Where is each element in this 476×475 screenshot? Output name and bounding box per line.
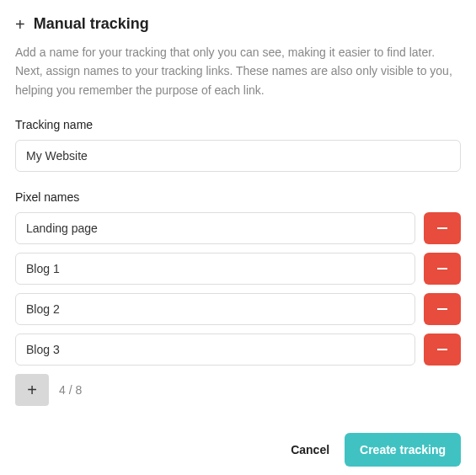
dialog-footer: Cancel Create tracking (15, 433, 461, 467)
pixel-row (15, 293, 461, 325)
tracking-name-label: Tracking name (15, 118, 461, 131)
minus-icon (436, 222, 448, 234)
pixel-row (15, 334, 461, 366)
remove-pixel-button[interactable] (424, 212, 461, 244)
svg-rect-1 (437, 268, 447, 270)
minus-icon (436, 303, 448, 315)
add-pixel-button[interactable]: + (15, 374, 49, 406)
plus-icon: + (27, 381, 37, 400)
pixel-row (15, 212, 461, 244)
pixel-name-input[interactable] (15, 212, 415, 244)
remove-pixel-button[interactable] (424, 334, 461, 366)
create-tracking-button[interactable]: Create tracking (345, 433, 461, 467)
remove-pixel-button[interactable] (424, 253, 461, 285)
pixel-names-label: Pixel names (15, 190, 461, 204)
minus-icon (436, 263, 448, 275)
add-pixel-row: + 4 / 8 (15, 374, 461, 406)
remove-pixel-button[interactable] (424, 293, 461, 325)
dialog-title: Manual tracking (34, 15, 149, 33)
svg-rect-3 (437, 349, 447, 350)
pixel-counter: 4 / 8 (59, 383, 82, 397)
pixel-row (15, 253, 461, 285)
pixel-name-input[interactable] (15, 293, 415, 325)
pixel-name-input[interactable] (15, 334, 415, 366)
dialog-description: Add a name for your tracking that only y… (15, 43, 461, 99)
pixel-names-list (15, 212, 461, 366)
pixel-name-input[interactable] (15, 253, 415, 285)
tracking-name-input[interactable] (15, 140, 461, 172)
svg-rect-2 (437, 308, 447, 310)
dialog-header: + Manual tracking (15, 15, 461, 33)
minus-icon (436, 344, 448, 355)
svg-rect-0 (437, 227, 447, 229)
cancel-button[interactable]: Cancel (291, 443, 329, 456)
plus-icon: + (15, 16, 25, 33)
